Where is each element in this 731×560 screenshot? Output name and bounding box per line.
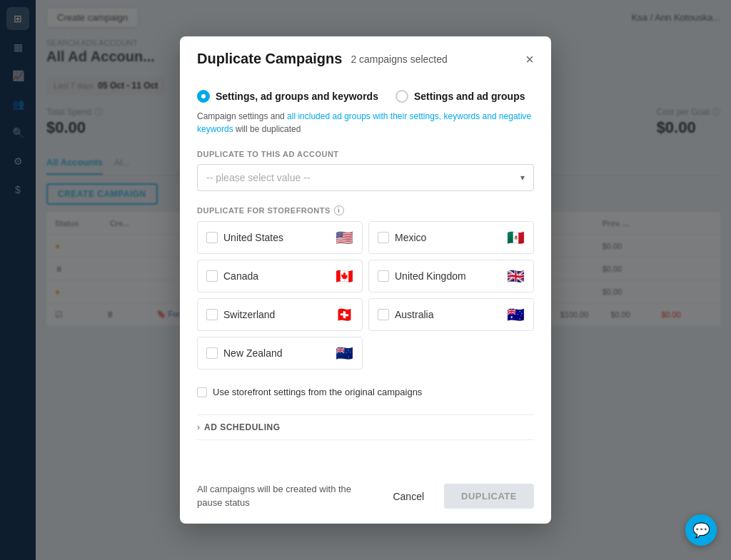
storefront-mexico[interactable]: Mexico 🇲🇽 [368, 221, 534, 254]
dropdown-arrow-icon: ▾ [520, 173, 525, 183]
modal-title: Duplicate Campaigns [197, 51, 342, 67]
storefront-name-new-zealand: New Zealand [223, 347, 330, 359]
radio-ad-groups-circle [395, 90, 408, 103]
storefront-name-canada: Canada [223, 270, 330, 282]
checkbox-united-kingdom[interactable] [378, 270, 389, 282]
radio-group: Settings, ad groups and keywords Setting… [197, 90, 534, 103]
flag-united-kingdom: 🇬🇧 [507, 268, 525, 285]
checkbox-australia[interactable] [378, 309, 389, 320]
radio-option-ad-groups[interactable]: Settings and ad groups [395, 90, 525, 103]
modal-overlay: Duplicate Campaigns 2 campaigns selected… [0, 0, 731, 560]
storefront-switzerland[interactable]: Switzerland 🇨🇭 [197, 298, 363, 331]
storefront-new-zealand[interactable]: New Zealand 🇳🇿 [197, 337, 363, 370]
flag-australia: 🇦🇺 [507, 306, 525, 323]
storefront-name-australia: Australia [395, 309, 501, 320]
use-storefront-checkbox[interactable] [197, 387, 207, 397]
use-storefront-label: Use storefront settings from the origina… [213, 387, 422, 397]
radio-option-keywords[interactable]: Settings, ad groups and keywords [197, 90, 378, 103]
modal-footer: All campaigns will be created with the p… [180, 472, 551, 523]
checkbox-mexico[interactable] [378, 232, 389, 243]
storefronts-info-icon[interactable]: i [334, 205, 344, 215]
radio-description: Campaign settings and all included ad gr… [197, 110, 534, 136]
duplicate-campaigns-modal: Duplicate Campaigns 2 campaigns selected… [180, 36, 551, 523]
cancel-button[interactable]: Cancel [381, 485, 435, 508]
storefront-australia[interactable]: Australia 🇦🇺 [368, 298, 534, 331]
flag-canada: 🇨🇦 [336, 268, 353, 285]
highlight-text: all included ad groups with their settin… [197, 111, 531, 134]
storefront-name-united-kingdom: United Kingdom [395, 270, 501, 282]
flag-united-states: 🇺🇸 [336, 229, 353, 246]
flag-new-zealand: 🇳🇿 [336, 345, 353, 362]
flag-switzerland: 🇨🇭 [336, 306, 353, 323]
section-duplicate-to-label: DUPLICATE TO THIS AD ACCOUNT [197, 150, 534, 158]
chevron-down-icon: › [197, 422, 200, 432]
chat-icon: 💬 [692, 521, 710, 539]
flag-mexico: 🇲🇽 [507, 229, 525, 246]
footer-note: All campaigns will be created with the p… [197, 483, 375, 509]
footer-actions: Cancel DUPLICATE [381, 484, 534, 509]
ad-scheduling-label: AD SCHEDULING [204, 422, 281, 432]
checkbox-switzerland[interactable] [206, 309, 218, 320]
dropdown-placeholder: -- please select value -- [206, 172, 311, 183]
storefront-name-mexico: Mexico [395, 232, 501, 243]
checkbox-canada[interactable] [206, 270, 218, 282]
storefront-united-states[interactable]: United States 🇺🇸 [197, 221, 363, 254]
chat-bubble-button[interactable]: 💬 [685, 514, 717, 546]
duplicate-button[interactable]: DUPLICATE [444, 484, 534, 509]
campaigns-badge: 2 campaigns selected [351, 54, 447, 65]
radio-keywords-label: Settings, ad groups and keywords [216, 91, 378, 102]
storefront-canada[interactable]: Canada 🇨🇦 [197, 260, 363, 292]
close-button[interactable]: × [525, 52, 534, 66]
storefront-name-switzerland: Switzerland [223, 309, 330, 320]
use-storefront-row[interactable]: Use storefront settings from the origina… [197, 381, 534, 403]
modal-body: Settings, ad groups and keywords Setting… [180, 78, 551, 472]
ad-account-dropdown[interactable]: -- please select value -- ▾ [197, 164, 534, 191]
radio-keywords-circle [197, 90, 210, 103]
storefronts-grid: United States 🇺🇸 Mexico 🇲🇽 Canada 🇨🇦 [197, 221, 534, 370]
checkbox-united-states[interactable] [206, 232, 218, 243]
modal-title-group: Duplicate Campaigns 2 campaigns selected [197, 51, 448, 67]
ad-scheduling-row[interactable]: › AD SCHEDULING [197, 414, 534, 440]
radio-ad-groups-label: Settings and ad groups [414, 91, 525, 102]
storefront-united-kingdom[interactable]: United Kingdom 🇬🇧 [368, 260, 534, 292]
section-storefronts-label: DUPLICATE FOR STOREFRONTS i [197, 205, 534, 215]
storefront-name-united-states: United States [223, 232, 330, 243]
modal-header: Duplicate Campaigns 2 campaigns selected… [180, 36, 551, 78]
checkbox-new-zealand[interactable] [206, 347, 218, 359]
